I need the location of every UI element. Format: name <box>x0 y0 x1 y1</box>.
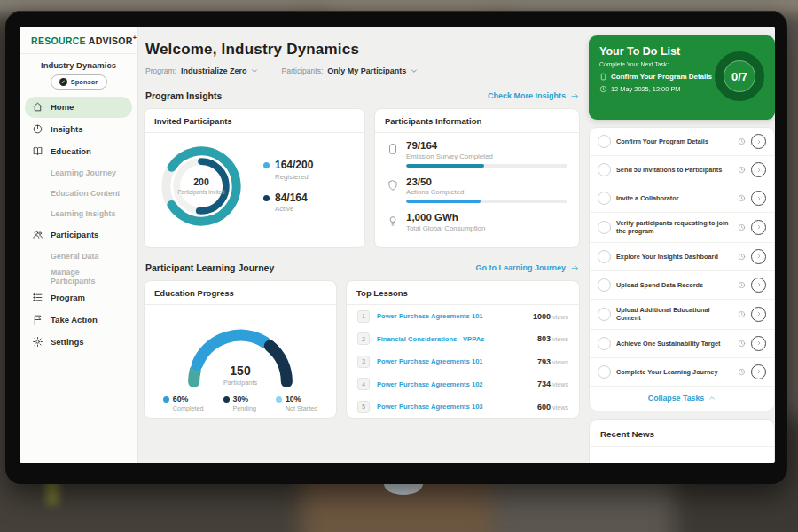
task-checkbox[interactable] <box>598 163 611 176</box>
active-dot-icon <box>263 195 270 201</box>
participants-dropdown[interactable]: Participants: Only My Participants <box>281 66 418 75</box>
app-window: RESOURCE ADVISOR+ Industry Dynamics ✓ Sp… <box>20 27 775 463</box>
sidebar-item-program[interactable]: Program <box>25 287 132 309</box>
sidebar-item-education[interactable]: Education <box>25 141 132 162</box>
card-title: Top Lessons <box>347 281 579 305</box>
logo-text-secondary: ADVISOR <box>89 35 133 46</box>
bulb-icon <box>387 215 399 227</box>
task-open-button[interactable] <box>751 191 766 206</box>
legend-pending: 30% Pending <box>223 395 256 412</box>
not-started-dot-icon <box>276 396 282 403</box>
program-dropdown[interactable]: Program: Industrialize Zero <box>145 66 258 75</box>
donut-center-label: Participants Invited <box>177 189 225 196</box>
book-icon <box>32 145 43 157</box>
lesson-link[interactable]: Power Purchase Agreements 102 <box>377 380 530 388</box>
todo-due: 12 May 2025, 12:00 PM <box>611 85 680 93</box>
task-checkbox[interactable] <box>598 221 611 234</box>
divider <box>20 53 137 54</box>
go-to-learning-journey-link[interactable]: Go to Learning Journey <box>475 263 580 272</box>
sponsor-icon: ✓ <box>59 78 67 86</box>
sidebar-item-education-content[interactable]: Education Content <box>25 184 132 203</box>
task-checkbox[interactable] <box>598 365 611 379</box>
legend-not-started: 10% Not Started <box>276 395 317 412</box>
todo-panel: Your To Do List Complete Your Next Task:… <box>589 35 775 463</box>
lesson-row: 4 Power Purchase Agreements 102 734views <box>347 373 579 396</box>
section-title-learning-journey: Participant Learning Journey <box>145 262 274 273</box>
card-title: Education Progress <box>145 281 336 305</box>
survey-icon <box>387 143 399 155</box>
invited-participants-card: Invited Participants 200 Partic <box>144 108 365 248</box>
task-row: Send 50 Invitations to Participants <box>590 156 774 184</box>
task-row: Invite a Collaborator <box>590 184 774 213</box>
clock-icon <box>738 368 746 376</box>
logo-plus: + <box>133 35 137 41</box>
sidebar-item-settings[interactable]: Settings <box>25 332 132 353</box>
clock-icon <box>738 137 746 145</box>
task-open-button[interactable] <box>751 307 766 322</box>
rank-badge: 1 <box>357 310 370 323</box>
task-open-button[interactable] <box>751 278 766 293</box>
sidebar-item-home[interactable]: Home <box>25 97 132 118</box>
sidebar-item-insights[interactable]: Insights <box>25 119 132 140</box>
chevron-up-icon <box>708 395 716 402</box>
main-content: Welcome, Industry Dynamics Program: Indu… <box>144 35 580 463</box>
section-title-program-insights: Program Insights <box>145 90 222 101</box>
pending-dot-icon <box>223 396 230 403</box>
lesson-link[interactable]: Financial Considerations - VPPAs <box>377 335 530 343</box>
task-row: Upload Additional Educational Content <box>590 300 774 330</box>
gauge-center-value: 150 <box>169 364 311 378</box>
participants-information-card: Participants Information 79/164 Emission… <box>374 108 580 248</box>
education-gauge-chart: 150 Participants <box>169 312 311 387</box>
clock-icon <box>738 253 746 261</box>
task-row: Confirm Your Program Details <box>590 128 774 156</box>
todo-progress-ring: 0/7 <box>712 49 767 104</box>
task-open-button[interactable] <box>751 134 766 149</box>
lesson-link[interactable]: Power Purchase Agreements 101 <box>377 312 526 320</box>
insights-icon <box>32 123 43 135</box>
task-open-button[interactable] <box>751 364 766 379</box>
lesson-link[interactable]: Power Purchase Agreements 101 <box>377 357 530 365</box>
sidebar-item-label: Settings <box>51 337 83 347</box>
sidebar-item-learning-journey[interactable]: Learning Journey <box>25 163 132 183</box>
sidebar-item-label: Program <box>51 293 85 302</box>
task-open-button[interactable] <box>751 220 766 235</box>
task-checkbox[interactable] <box>598 192 611 205</box>
task-row: Explore Your Insights Dashboard <box>590 243 774 271</box>
clock-icon <box>738 166 746 174</box>
task-checkbox[interactable] <box>598 278 611 292</box>
sidebar-item-label: Take Action <box>51 315 98 325</box>
legend-completed: 60% Completed <box>163 395 204 412</box>
app-logo: RESOURCE ADVISOR+ <box>20 35 137 46</box>
sidebar-item-take-action[interactable]: Take Action <box>25 309 132 331</box>
rank-badge: 5 <box>357 401 370 413</box>
completed-dot-icon <box>163 396 169 403</box>
task-open-button[interactable] <box>751 162 766 177</box>
task-checkbox[interactable] <box>598 308 611 321</box>
progress-bar <box>406 200 567 203</box>
arrow-right-icon <box>570 92 580 100</box>
task-checkbox[interactable] <box>598 250 611 263</box>
todo-tasks-card: Confirm Your Program Details Send 50 Inv… <box>589 127 775 411</box>
gauge-center-label: Participants <box>169 379 311 387</box>
task-row: Achieve One Sustainability Target <box>590 330 774 358</box>
lesson-row: 5 Power Purchase Agreements 103 600views <box>347 395 579 419</box>
sidebar: RESOURCE ADVISOR+ Industry Dynamics ✓ Sp… <box>20 27 138 463</box>
sidebar-item-participants[interactable]: Participants <box>25 224 132 246</box>
sidebar-item-learning-insights[interactable]: Learning Insights <box>25 204 132 223</box>
sidebar-item-general-data[interactable]: General Data <box>25 246 132 266</box>
task-checkbox[interactable] <box>598 337 611 350</box>
task-open-button[interactable] <box>751 249 766 264</box>
clock-icon <box>738 310 746 318</box>
clock-icon <box>738 194 746 202</box>
task-checkbox[interactable] <box>598 135 611 148</box>
invited-donut-chart: 200 Participants Invited <box>153 138 249 234</box>
task-open-button[interactable] <box>751 336 766 351</box>
check-more-insights-link[interactable]: Check More Insights <box>488 91 580 100</box>
arrow-right-icon <box>570 264 580 272</box>
org-name: Industry Dynamics <box>20 60 137 70</box>
todo-next-task: Confirm Your Program Details <box>611 73 712 81</box>
sidebar-item-manage-participants[interactable]: Manage Participants <box>25 267 132 286</box>
collapse-tasks-link[interactable]: Collapse Tasks <box>590 387 774 411</box>
lesson-link[interactable]: Power Purchase Agreements 103 <box>377 403 530 411</box>
chevron-down-icon <box>251 67 258 74</box>
